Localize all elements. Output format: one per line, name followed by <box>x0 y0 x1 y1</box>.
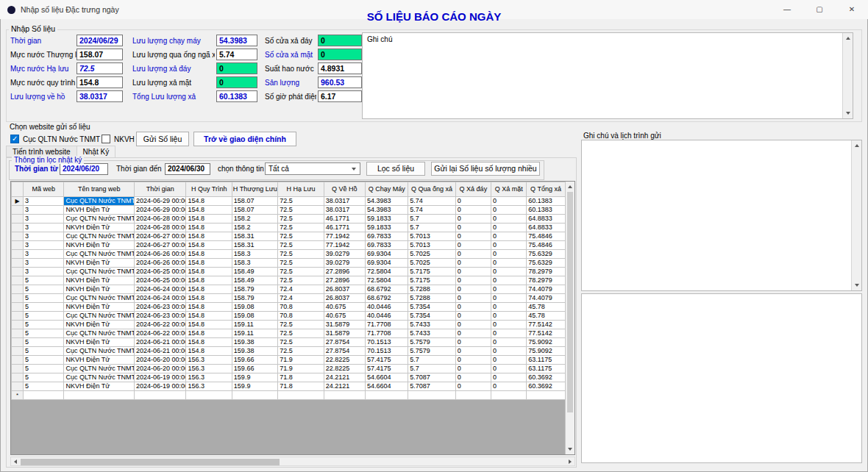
grid-cell[interactable]: 5.7 <box>408 224 455 232</box>
grid-cell[interactable]: 154.8 <box>186 321 232 329</box>
input-muc-nuoc-thuong-luu[interactable]: 158.07 <box>77 49 123 60</box>
grid-cell[interactable]: 0 <box>455 232 491 241</box>
grid-cell[interactable]: 159.11 <box>232 321 277 329</box>
grid-cell[interactable]: 154.8 <box>186 329 232 338</box>
grid-cell[interactable]: 0 <box>491 347 527 356</box>
grid-cell[interactable]: 3 <box>24 215 64 224</box>
grid-cell[interactable]: 5.7579 <box>408 338 455 347</box>
grid-cell[interactable]: 2024-06-22 00:00 <box>135 321 186 329</box>
grid-cell[interactable] <box>232 391 277 400</box>
grid-cell[interactable]: NKVH Điện Tử <box>64 259 135 268</box>
grid-cell[interactable]: 158.07 <box>232 197 277 206</box>
grid-cell[interactable]: 5.7 <box>408 356 455 365</box>
grid-cell[interactable]: 0 <box>455 276 491 285</box>
grid-cell[interactable]: 72.5 <box>278 338 324 347</box>
schedule-note-textarea[interactable] <box>581 140 862 291</box>
grid-cell[interactable]: 158.2 <box>232 215 277 224</box>
grid-cell[interactable]: 54.6604 <box>365 373 408 382</box>
resend-bulk-button[interactable]: Gửi lại Số liệu số lượng nhiều <box>431 162 540 176</box>
column-header[interactable]: Tên trang web <box>64 182 135 197</box>
row-selector[interactable] <box>12 232 24 241</box>
grid-cell[interactable]: 154.8 <box>186 224 232 232</box>
grid-cell[interactable]: 0 <box>491 206 527 215</box>
grid-cell[interactable]: 39.0279 <box>324 250 365 259</box>
row-selector[interactable] <box>12 329 24 338</box>
grid-cell[interactable]: 5.7013 <box>408 241 455 250</box>
scroll-down-icon[interactable] <box>855 284 859 287</box>
grid-cell[interactable]: 3 <box>24 259 64 268</box>
grid-cell[interactable]: 2024-06-24 00:00 <box>135 294 186 303</box>
grid-cell[interactable]: 2024-06-28 00:00 <box>135 215 186 224</box>
grid-cell[interactable]: 159.66 <box>232 356 277 365</box>
grid-cell[interactable] <box>491 391 527 400</box>
grid-cell[interactable]: 2024-06-19 00:00 <box>135 373 186 382</box>
grid-cell[interactable]: 3 <box>24 232 64 241</box>
row-selector[interactable] <box>12 356 24 365</box>
column-header[interactable]: Q Xả đáy <box>455 182 491 197</box>
grid-cell[interactable]: 5 <box>24 294 64 303</box>
grid-cell[interactable]: 40.675 <box>324 303 365 312</box>
grid-cell[interactable]: NKVH Điện Tử <box>64 224 135 232</box>
grid-cell[interactable]: 5.7025 <box>408 250 455 259</box>
grid-cell[interactable]: NKVH Điện Tử <box>64 321 135 329</box>
grid-cell[interactable]: 158.79 <box>232 285 277 294</box>
schedule-note-scrollbar[interactable] <box>851 140 861 290</box>
grid-cell[interactable]: 72.5 <box>278 197 324 206</box>
grid-cell[interactable] <box>278 391 324 400</box>
grid-cell[interactable]: 154.8 <box>186 276 232 285</box>
grid-cell[interactable]: 71.9 <box>278 365 324 373</box>
input-luu-luong-xa-day[interactable]: 0 <box>216 62 257 74</box>
grid-cell[interactable]: 158.49 <box>232 268 277 276</box>
grid-cell[interactable]: 158.79 <box>232 294 277 303</box>
grid-cell[interactable]: 71.7708 <box>365 321 408 329</box>
filter-to-input[interactable]: 2024/06/30 <box>165 163 210 175</box>
grid-cell[interactable]: 71.9 <box>278 356 324 365</box>
grid-cell[interactable]: Cục QLTN Nước TNMT <box>64 347 135 356</box>
grid-cell[interactable]: 71.7708 <box>365 329 408 338</box>
grid-cell[interactable]: 75.6329 <box>527 250 565 259</box>
grid-cell[interactable]: 54.6604 <box>365 382 408 391</box>
grid-cell[interactable]: 72.5 <box>278 206 324 215</box>
input-so-cua-xa-day[interactable]: 0 <box>318 35 362 46</box>
grid-cell[interactable]: 159.38 <box>232 338 277 347</box>
grid-cell[interactable] <box>365 391 408 400</box>
grid-cell[interactable]: 158.07 <box>232 206 277 215</box>
grid-cell[interactable]: 154.8 <box>186 215 232 224</box>
grid-cell[interactable]: 2024-06-27 00:00 <box>135 232 186 241</box>
grid-cell[interactable]: 5.7288 <box>408 285 455 294</box>
grid-cell[interactable]: 0 <box>455 224 491 232</box>
grid-cell[interactable]: Cục QLTN Nước TNMT <box>64 268 135 276</box>
grid-cell[interactable]: 69.9304 <box>365 250 408 259</box>
grid-cell[interactable]: Cục QLTN Nước TNMT <box>64 329 135 338</box>
grid-cell[interactable]: 0 <box>491 241 527 250</box>
grid-cell[interactable]: 2024-06-19 00:00 <box>135 382 186 391</box>
send-data-button[interactable]: Gửi Số liệu <box>136 132 189 146</box>
grid-cell[interactable]: 60.3692 <box>527 373 565 382</box>
column-header[interactable]: Q Xả mặt <box>491 182 527 197</box>
grid-cell[interactable]: 0 <box>455 329 491 338</box>
grid-cell[interactable]: 38.0317 <box>324 206 365 215</box>
grid-cell[interactable]: 40.0446 <box>365 303 408 312</box>
grid-cell[interactable]: 68.6792 <box>365 294 408 303</box>
grid-cell[interactable]: 154.8 <box>186 241 232 250</box>
grid-cell[interactable]: 72.5 <box>278 250 324 259</box>
grid-cell[interactable] <box>64 391 135 400</box>
grid-cell[interactable]: 5 <box>24 312 64 321</box>
grid-cell[interactable]: 5 <box>24 347 64 356</box>
row-selector[interactable] <box>12 259 24 268</box>
grid-cell[interactable]: 70.8 <box>278 303 324 312</box>
grid-cell[interactable]: 60.1383 <box>527 206 565 215</box>
grid-cell[interactable]: 2024-06-26 00:00 <box>135 250 186 259</box>
grid-cell[interactable]: 5.7013 <box>408 232 455 241</box>
grid-cell[interactable]: Cục QLTN Nước TNMT <box>64 250 135 259</box>
grid-cell[interactable] <box>324 391 365 400</box>
grid-cell[interactable]: 5.7175 <box>408 276 455 285</box>
grid-cell[interactable]: 59.1833 <box>365 215 408 224</box>
grid-cell[interactable]: 5 <box>24 329 64 338</box>
grid-cell[interactable]: 0 <box>455 382 491 391</box>
row-selector[interactable] <box>12 294 24 303</box>
grid-cell[interactable]: 0 <box>455 250 491 259</box>
input-so-cua-xa-mat[interactable]: 0 <box>318 49 362 60</box>
row-selector[interactable] <box>12 338 24 347</box>
grid-cell[interactable]: 159.38 <box>232 347 277 356</box>
